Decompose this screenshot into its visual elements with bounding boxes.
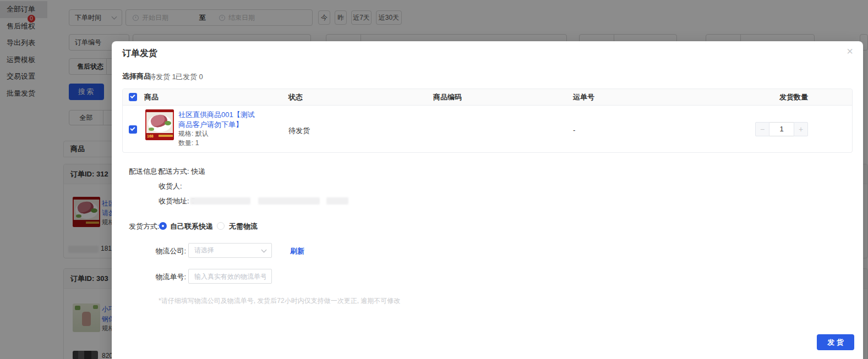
stepper-value[interactable]: 1 bbox=[769, 122, 794, 136]
select-all-checkbox[interactable] bbox=[129, 93, 137, 101]
refresh-link[interactable]: 刷新 bbox=[290, 246, 304, 256]
ship-button[interactable]: 发 货 bbox=[817, 334, 854, 350]
ship-order-modal: 订单发货 × 选择商品 待发货 1 已发货 0 商品 状态 商品编码 运单号 发… bbox=[112, 41, 863, 359]
receiver-label: 收货人: bbox=[159, 181, 182, 191]
logistics-company-label: 物流公司: bbox=[131, 246, 186, 256]
delivery-info-label: 配送信息: bbox=[129, 167, 160, 176]
stepper-plus-button[interactable]: + bbox=[794, 122, 808, 136]
chevron-down-icon bbox=[261, 247, 267, 252]
ship-method-label: 发货方式: bbox=[129, 222, 160, 231]
tracking-no-label: 物流单号: bbox=[131, 272, 186, 282]
product-link[interactable]: 社区直供商品001【测试 bbox=[178, 110, 255, 120]
table-row: 168 社区直供商品001【测试 商品客户请勿下单】 规格: 默认 数量: 1 … bbox=[123, 106, 852, 152]
modal-title: 订单发货 bbox=[122, 48, 157, 59]
shipping-note: *请仔细填写物流公司及物流单号, 发货后72小时内仅支持做一次更正, 逾期不可修… bbox=[159, 296, 400, 306]
radio-self-contact-selected[interactable] bbox=[159, 222, 167, 230]
check-icon bbox=[130, 126, 135, 131]
product-image: 168 bbox=[145, 109, 174, 140]
row-checkbox[interactable] bbox=[129, 125, 137, 134]
waybill-value: - bbox=[573, 126, 575, 134]
redacted-address bbox=[326, 197, 348, 205]
product-link[interactable]: 商品客户请勿下单】 bbox=[178, 120, 255, 130]
tracking-no-input[interactable] bbox=[188, 269, 272, 284]
col-ship-qty: 发货数量 bbox=[779, 89, 808, 106]
product-table: 商品 状态 商品编码 运单号 发货数量 168 社区直供商品001【测试 商品客… bbox=[122, 89, 853, 153]
option-no-logistics[interactable]: 无需物流 bbox=[229, 222, 258, 231]
quantity-stepper: − 1 + bbox=[755, 122, 808, 136]
col-status: 状态 bbox=[288, 89, 303, 106]
radio-no-logistics[interactable] bbox=[217, 222, 225, 230]
option-self-contact[interactable]: 自己联系快递 bbox=[170, 222, 213, 231]
col-product-code: 商品编码 bbox=[433, 89, 462, 106]
col-product: 商品 bbox=[144, 89, 159, 106]
product-qty: 数量: 1 bbox=[178, 139, 255, 148]
col-waybill: 运单号 bbox=[573, 89, 594, 106]
redacted-address bbox=[190, 197, 250, 205]
redacted-address bbox=[258, 197, 320, 205]
check-icon bbox=[130, 93, 135, 98]
logistics-company-select[interactable]: 请选择 bbox=[188, 243, 272, 258]
delivery-method: 配送方式: 快递 bbox=[159, 167, 205, 176]
status-text: 待发货 bbox=[288, 126, 310, 136]
shipped-count: 已发货 0 bbox=[176, 72, 203, 82]
order-management-screen: 全部订单 售后维权 0 导出列表 运费模板 交易设置 批量发货 下单时间 开始日… bbox=[0, 0, 868, 359]
pending-count: 待发货 1 bbox=[149, 72, 176, 82]
product-spec: 规格: 默认 bbox=[178, 129, 255, 139]
table-header: 商品 状态 商品编码 运单号 发货数量 bbox=[123, 89, 852, 106]
product-info: 社区直供商品001【测试 商品客户请勿下单】 规格: 默认 数量: 1 bbox=[178, 110, 255, 148]
close-icon[interactable]: × bbox=[847, 46, 853, 57]
select-product-label: 选择商品 bbox=[122, 71, 151, 81]
stepper-minus-button[interactable]: − bbox=[755, 122, 769, 136]
